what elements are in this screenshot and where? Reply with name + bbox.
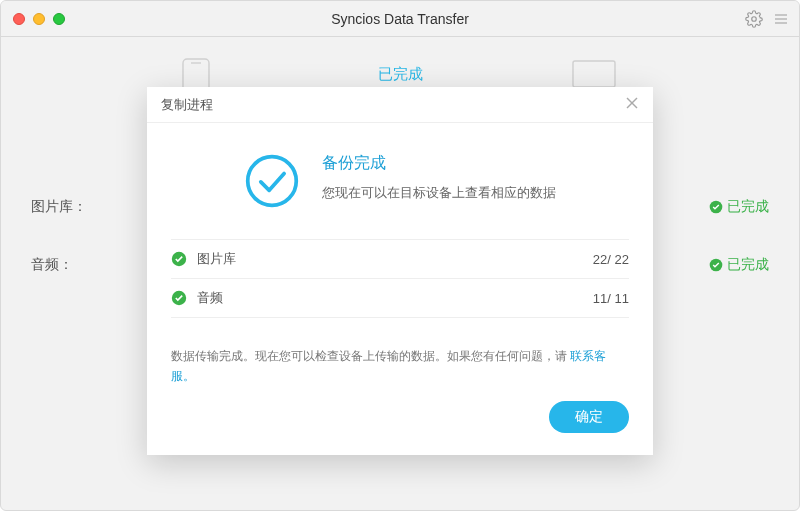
item-name: 音频 [197,289,223,307]
titlebar: Syncios Data Transfer [1,1,799,37]
footer-text: 数据传输完成。现在您可以检查设备上传输的数据。如果您有任何问题，请 联系客服。 [171,346,629,387]
item-count: 11/ 11 [593,291,629,306]
ok-button[interactable]: 确定 [549,401,629,433]
check-icon [171,290,187,306]
svg-point-15 [248,157,297,206]
modal-backdrop: 复制进程 备份完成 您现在可以在目标设备上查看相应的数据 [1,37,799,510]
modal-title: 复制进程 [161,96,213,114]
modal-header: 复制进程 [147,87,653,123]
menu-icon[interactable] [773,11,789,27]
success-check-icon [244,153,300,209]
item-count: 22/ 22 [593,252,629,267]
settings-icon[interactable] [745,10,763,28]
item-name: 图片库 [197,250,236,268]
app-window: Syncios Data Transfer [0,0,800,511]
list-item: 图片库 22/ 22 [171,239,629,278]
progress-modal: 复制进程 备份完成 您现在可以在目标设备上查看相应的数据 [147,87,653,455]
svg-point-0 [752,16,757,21]
close-icon[interactable] [625,96,639,113]
window-title: Syncios Data Transfer [1,11,799,27]
check-icon [171,251,187,267]
list-item: 音频 11/ 11 [171,278,629,318]
result-subtitle: 您现在可以在目标设备上查看相应的数据 [322,184,556,202]
result-title: 备份完成 [322,153,556,174]
